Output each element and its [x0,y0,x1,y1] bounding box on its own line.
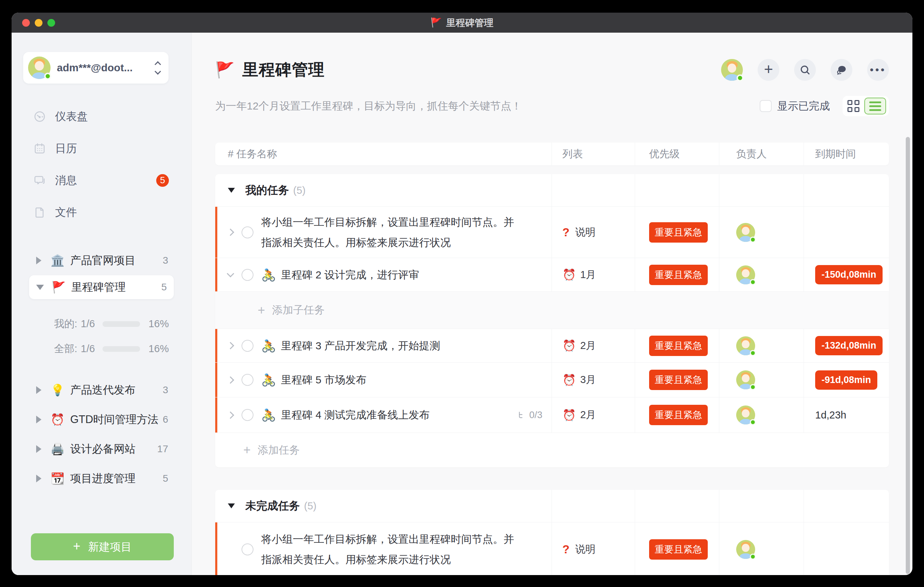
sidebar-item-calendar[interactable]: 日历 [12,132,191,164]
expand-chevron-icon[interactable] [227,229,234,236]
question-icon: ? [563,543,569,556]
project-item[interactable]: 🏛️ 产品官网项目 3 [12,246,191,275]
project-name: 产品官网项目 [70,253,163,268]
chat-button[interactable] [831,59,852,81]
project-item[interactable]: 📆 项目进度管理 5 [12,464,191,493]
project-flag-icon: 🚩 [215,61,234,79]
progress-label: 全部: [54,342,77,356]
group-count: (5) [304,500,316,512]
maximize-window-button[interactable] [48,19,55,27]
assignee-avatar [736,336,755,355]
project-name: 设计必备网站 [70,442,157,457]
project-name: 产品迭代发布 [70,383,163,397]
project-list: 🏛️ 产品官网项目 3 🚩 里程碑管理 5 我的: 1/6 16% [12,246,191,493]
project-item[interactable]: 💡 产品迭代发布 3 [12,375,191,405]
new-project-button[interactable]: + 新建项目 [31,533,174,560]
group-collapse-icon[interactable] [228,503,235,508]
task-checkbox[interactable] [241,269,254,281]
collapse-arrow-icon[interactable] [36,475,41,482]
task-emoji: 🚴 [261,408,276,422]
sidebar-item-label: 消息 [55,173,155,188]
column-header-priority: 优先级 [649,147,680,161]
group-header[interactable]: 未完成任务 (5) [215,490,889,522]
expand-chevron-icon[interactable] [227,342,234,349]
subtask-counter: 0/3 [517,410,543,420]
scrollbar[interactable] [906,137,910,574]
sidebar-item-files[interactable]: 文件 [12,196,191,228]
collapse-arrow-icon[interactable] [36,445,41,453]
task-checkbox[interactable] [241,409,254,421]
task-name: 里程碑 2 设计完成，进行评审 [281,265,419,285]
project-item[interactable]: ⏰ GTD时间管理方法 6 [12,405,191,434]
search-button[interactable] [794,59,816,81]
list-view-button-active[interactable] [864,97,886,114]
grid-view-button[interactable] [848,100,860,112]
table-row[interactable]: 将小组一年工作目标拆解，设置出里程碑时间节点。并指派相关责任人。用标签来展示进行… [215,522,889,575]
task-emoji: 🚴 [261,268,276,282]
sidebar: adm***@doot... 仪表盘 日历 消息 5 [12,33,192,575]
add-subtask-row[interactable]: + 添加子任务 [215,292,889,329]
project-task-count: 3 [163,255,168,266]
sidebar-item-messages[interactable]: 消息 5 [12,164,191,196]
due-time-text: 1d,23h [815,409,846,421]
ellipsis-icon: ••• [870,64,886,75]
collapse-arrow-icon[interactable] [36,386,41,394]
table-header: # 任务名称 列表 优先级 负责人 到期时间 [215,143,889,165]
table-row[interactable]: 🚴 里程碑 2 设计完成，进行评审 ⏰1月 重要且紧急 -150d,08min [215,258,889,292]
list-name: 说明 [575,225,596,239]
alarm-icon: ⏰ [563,268,576,281]
project-name: 项目进度管理 [70,471,163,486]
task-name: 里程碑 3 产品开发完成，开始提测 [281,336,440,356]
add-button[interactable]: + [757,59,779,81]
task-checkbox[interactable] [241,544,254,556]
expand-chevron-icon[interactable] [227,376,234,383]
priority-badge: 重要且紧急 [649,336,708,356]
expand-arrow-icon[interactable] [36,285,44,290]
more-options-button[interactable]: ••• [867,59,889,81]
expand-chevron-icon[interactable] [227,411,234,419]
project-emoji: 🖨️ [51,442,64,456]
window-title: 🚩 里程碑管理 [431,16,493,29]
urgency-stripe [215,397,217,432]
column-header-task: # 任务名称 [228,147,277,161]
view-toggle [843,96,889,116]
project-item[interactable]: 🖨️ 设计必备网站 17 [12,434,191,464]
collapse-arrow-icon[interactable] [36,416,41,424]
sidebar-item-label: 文件 [55,205,191,220]
project-item-selected[interactable]: 🚩 里程碑管理 5 [29,275,174,299]
urgency-stripe [215,207,217,258]
group-header[interactable]: 我的任务 (5) [215,174,889,206]
project-emoji: 🚩 [51,280,66,294]
plus-icon: + [243,444,251,457]
table-row[interactable]: 将小组一年工作目标拆解，设置出里程碑时间节点。并指派相关责任人。用标签来展示进行… [215,206,889,258]
list-name: 1月 [580,268,596,282]
main-content: 🚩 里程碑管理 + ••• [192,33,912,575]
task-checkbox[interactable] [241,340,254,352]
project-name: 里程碑管理 [71,280,161,295]
progress-row-all: 全部: 1/6 16% [12,336,191,361]
table-row[interactable]: 🚴 里程碑 3 产品开发完成，开始提测 ⏰2月 重要且紧急 -132d,08mi… [215,329,889,362]
close-window-button[interactable] [22,19,30,27]
calendar-icon [33,142,46,155]
show-completed-checkbox[interactable] [760,100,772,112]
due-time-badge: -91d,08min [815,370,877,390]
online-status-dot [736,74,744,81]
task-checkbox[interactable] [241,226,254,238]
flag-icon: 🚩 [431,17,442,28]
sidebar-item-dashboard[interactable]: 仪表盘 [12,101,191,132]
account-switcher[interactable]: adm***@doot... [23,52,168,84]
show-completed-label[interactable]: 显示已完成 [777,99,830,114]
table-row[interactable]: 🚴 里程碑 4 测试完成准备线上发布 0/3 ⏰2月 重要且紧急 1d,23h [215,397,889,432]
task-checkbox[interactable] [241,374,254,386]
urgency-stripe [215,363,217,397]
task-name: 将小组一年工作目标拆解，设置出里程碑时间节点。并指派相关责任人。用标签来展示进行… [261,212,518,253]
task-name: 将小组一年工作目标拆解，设置出里程碑时间节点。并指派相关责任人。用标签来展示进行… [261,529,518,570]
group-collapse-icon[interactable] [228,188,235,193]
current-user-avatar[interactable] [721,59,743,81]
table-row[interactable]: 🚴 里程碑 5 市场发布 ⏰3月 重要且紧急 -91d,08min [215,362,889,397]
minimize-window-button[interactable] [35,19,43,27]
collapse-arrow-icon[interactable] [36,257,41,264]
progress-row-mine: 我的: 1/6 16% [12,312,191,336]
add-task-row[interactable]: + 添加任务 [215,432,889,467]
collapse-chevron-icon[interactable] [227,270,234,277]
